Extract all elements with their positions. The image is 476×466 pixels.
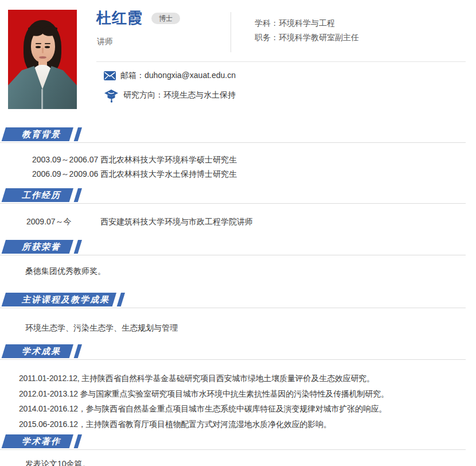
section-paragraph: 桑德集团优秀教师奖。 [25,264,476,278]
section-paragraph: 2015.06-2016.12，主持陕西省教育厅项目植物配置方式对河流湿地水质净… [19,417,476,432]
portrait-zipper [41,89,43,109]
profile-sections: 教育背景2003.09～2006.07西北农林科技大学环境科学硕士研究生2006… [0,127,476,466]
section-banner: 教育背景 [2,127,73,141]
section-underline [0,449,466,450]
basic-info: 学科：环境科学与工程 职务：环境科学教研室副主任 [255,16,359,45]
section-header: 学术成果 [0,344,476,360]
section-banner: 主讲课程及教学成果 [2,293,116,306]
section-banner: 工作经历 [2,188,73,202]
section-work-experience: 工作经历2009.07～今西安建筑科技大学环境与市政工程学院讲师 [0,188,476,229]
section-header: 所获荣誉 [0,240,476,255]
banner-tail-decoration [74,240,82,254]
portrait-brow [45,43,50,44]
section-publications: 学术著作发表论文10余篇。 [0,434,476,466]
banner-tail-decoration [74,127,82,141]
section-title: 所获荣誉 [6,240,73,254]
research-text: 研究方向：环境生态与水土保持 [123,90,236,100]
envelope-icon [104,71,116,80]
email-label: 邮箱： [120,71,145,80]
timeline-period: 2006.09～2009.06 [32,167,100,181]
section-paragraph: 2012.01-2013.12 参与国家重点实验室研究项目城市水环境中抗生素抗性… [19,386,476,402]
banner-tail-decoration [74,188,82,202]
timeline-row: 2009.07～今西安建筑科技大学环境与市政工程学院讲师 [26,215,476,229]
section-body: 2009.07～今西安建筑科技大学环境与市政工程学院讲师 [0,204,476,229]
person-name: 杜红霞 [96,8,143,28]
portrait-eye [36,46,41,48]
section-header: 教育背景 [0,127,476,143]
portrait-brow [36,43,41,44]
section-underline [0,359,466,360]
position-line: 职务：环境科学教研室副主任 [255,30,359,45]
position-value: 环境科学教研室副主任 [279,33,359,42]
header-divider [96,61,466,62]
degree-badge: 博士 [151,13,180,24]
section-paragraph: 2011.01-2012.12, 主持陕西省自然科学基金基础研究项目西安城市绿地… [19,371,476,386]
section-body: 桑德集团优秀教师奖。 [0,255,476,278]
research-label: 研究方向： [123,90,163,99]
section-banner: 学术成果 [2,344,73,358]
timeline-period: 2003.09～2006.07 [32,153,100,167]
portrait-eye [45,46,50,48]
section-banner: 学术著作 [2,434,73,448]
section-body: 2011.01-2012.12, 主持陕西省自然科学基金基础研究项目西安城市绿地… [0,360,476,432]
discipline-value: 环境科学与工程 [279,18,335,28]
section-underline [0,255,466,255]
position-label: 职务： [255,33,279,42]
section-header: 主讲课程及教学成果 [0,293,476,308]
profile-photo [8,10,77,109]
section-academic-achievements: 学术成果2011.01-2012.12, 主持陕西省自然科学基金基础研究项目西安… [0,344,476,432]
section-header: 学术著作 [0,434,476,450]
section-title: 工作经历 [6,188,73,202]
section-banner: 所获荣誉 [2,240,73,254]
section-body: 2003.09～2006.07西北农林科技大学环境科学硕士研究生2006.09～… [0,143,476,181]
section-underline [0,203,466,204]
section-title: 学术成果 [6,344,73,358]
banner-tail-decoration [74,344,82,358]
section-body: 环境生态学、污染生态学、生态规划与管理 [0,308,476,335]
email-row: 邮箱：duhongxia@xauat.edu.cn [104,71,236,81]
timeline-period: 2009.07～今 [26,215,100,229]
profile-header: 杜红霞 博士 讲师 学科：环境科学与工程 职务：环境科学教研室副主任 邮箱：du… [0,0,476,127]
section-underline [0,308,466,308]
section-header: 工作经历 [0,188,476,204]
section-title: 主讲课程及教学成果 [6,293,116,306]
email-text: 邮箱：duhongxia@xauat.edu.cn [120,71,236,81]
section-body: 发表论文10余篇。 [0,450,476,466]
timeline-row: 2006.09～2009.06西北农林科技大学水土保持博士研究生 [32,167,476,181]
section-paragraph: 发表论文10余篇。 [25,457,476,466]
timeline-description: 西安建筑科技大学环境与市政工程学院讲师 [100,217,253,226]
section-paragraph: 环境生态学、污染生态学、生态规划与管理 [25,321,476,335]
research-value: 环境生态与水土保持 [163,90,236,99]
discipline-line: 学科：环境科学与工程 [255,16,359,30]
timeline-row: 2003.09～2006.07西北农林科技大学环境科学硕士研究生 [32,153,476,167]
graduation-cap-icon [104,88,119,103]
timeline-description: 西北农林科技大学环境科学硕士研究生 [100,155,237,164]
email-value: duhongxia@xauat.edu.cn [145,71,236,80]
job-title: 讲师 [97,37,113,47]
section-underline [0,142,466,143]
research-row: 研究方向：环境生态与水土保持 [104,88,236,103]
section-courses-teaching: 主讲课程及教学成果环境生态学、污染生态学、生态规划与管理 [0,293,476,335]
name-row: 杜红霞 博士 [96,8,180,28]
section-title: 教育背景 [6,127,73,141]
section-honors: 所获荣誉桑德集团优秀教师奖。 [0,240,476,278]
banner-tail-decoration [74,434,82,448]
portrait-mouth [39,56,46,59]
section-paragraph: 2014.01-2016.12，参与陕西省自然基金重点项目城市生态系统中碳库特征… [19,401,476,417]
discipline-label: 学科： [255,18,279,28]
vertical-divider [231,12,231,52]
section-title: 学术著作 [6,434,73,448]
portrait-nose [42,48,44,53]
timeline-description: 西北农林科技大学水土保持博士研究生 [100,169,237,178]
banner-tail-decoration [117,293,125,306]
section-education: 教育背景2003.09～2006.07西北农林科技大学环境科学硕士研究生2006… [0,127,476,181]
